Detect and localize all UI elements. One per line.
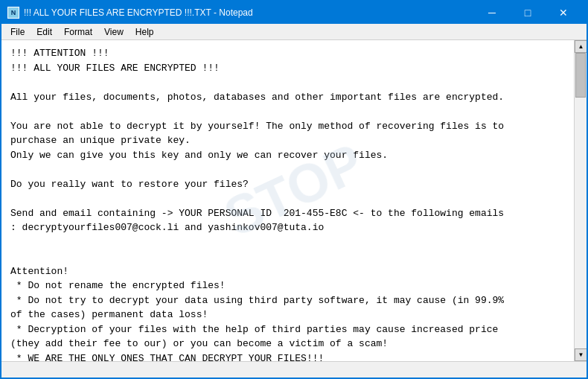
menu-bar: File Edit Format View Help [1, 24, 587, 40]
scroll-up-button[interactable]: ▲ [575, 40, 587, 53]
notepad-window: N !!! ALL YOUR FILES ARE ENCRYPTED !!!.T… [0, 0, 588, 379]
menu-file[interactable]: File [4, 25, 31, 39]
menu-edit[interactable]: Edit [31, 25, 58, 39]
menu-format[interactable]: Format [58, 25, 98, 39]
scroll-thumb[interactable] [575, 53, 586, 98]
title-bar: N !!! ALL YOUR FILES ARE ENCRYPTED !!!.T… [1, 1, 587, 24]
minimize-button[interactable]: ─ [475, 4, 509, 21]
scroll-track[interactable] [575, 53, 587, 348]
scroll-down-button[interactable]: ▼ [575, 348, 587, 361]
content-area: STOP ▲ ▼ [1, 40, 587, 361]
window-title: !!! ALL YOUR FILES ARE ENCRYPTED !!!.TXT… [24, 7, 253, 18]
title-bar-left: N !!! ALL YOUR FILES ARE ENCRYPTED !!!.T… [7, 7, 253, 19]
scrollbar[interactable]: ▲ ▼ [574, 40, 587, 361]
menu-help[interactable]: Help [130, 25, 160, 39]
menu-view[interactable]: View [98, 25, 130, 39]
status-bar [1, 361, 587, 378]
close-button[interactable]: ✕ [546, 4, 581, 21]
maximize-button[interactable]: □ [511, 4, 545, 21]
text-editor[interactable] [1, 40, 574, 361]
notepad-icon: N [7, 7, 19, 19]
window-controls: ─ □ ✕ [475, 4, 581, 21]
